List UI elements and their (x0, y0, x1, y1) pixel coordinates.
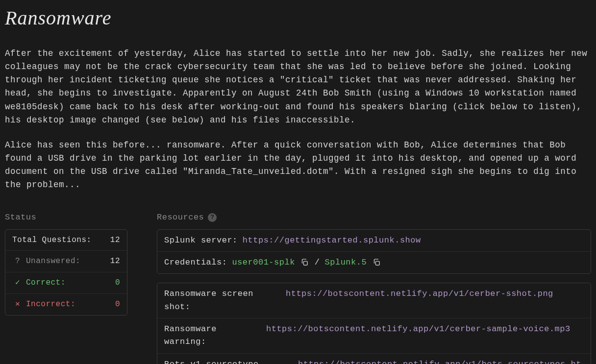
server-label: Splunk server: (164, 234, 238, 247)
intro-paragraph-2: Alice has seen this before... ransomware… (5, 139, 591, 192)
status-total-value: 12 (105, 234, 120, 246)
question-icon: ? (12, 255, 23, 267)
copy-password-icon[interactable] (372, 258, 381, 267)
svg-rect-0 (304, 262, 308, 266)
help-icon[interactable]: ? (208, 213, 217, 222)
status-unanswered-label: Unanswered: (26, 255, 105, 267)
status-row-unanswered: ? Unanswered: 12 (5, 250, 127, 272)
page-title: Ransomware (5, 3, 591, 33)
status-row-incorrect: ✕ Incorrect: 0 (5, 293, 127, 315)
resources-server-box: Splunk server: https://gettingstarted.sp… (157, 229, 591, 274)
resource-row-sourcetypes: Bots v1 sourcetype summary: https://bots… (157, 353, 591, 364)
resources-links-box: Ransomware screen shot: https://botscont… (157, 283, 591, 364)
credentials-separator: / (315, 256, 320, 269)
check-icon: ✓ (12, 277, 23, 289)
x-icon: ✕ (12, 298, 23, 311)
credentials-label: Credentials: (164, 256, 227, 269)
sourcetypes-label: Bots v1 sourcetype summary: (164, 358, 289, 364)
resources-heading: Resources ? (157, 211, 591, 224)
resource-row-warning: Ransomware warning: https://botscontent.… (157, 318, 591, 353)
resource-row-credentials: Credentials: user001-splk / Splunk.5 (157, 251, 591, 273)
status-incorrect-value: 0 (105, 298, 120, 311)
intro-paragraph-1: After the excitement of yesterday, Alice… (5, 47, 591, 127)
status-heading: Status (5, 211, 127, 224)
status-total-label: Total Questions: (12, 234, 105, 246)
screenshot-label: Ransomware screen shot: (164, 288, 277, 314)
resource-row-screenshot: Ransomware screen shot: https://botscont… (157, 283, 591, 318)
status-unanswered-value: 12 (105, 255, 120, 267)
credentials-password: Splunk.5 (325, 256, 367, 269)
status-box: Total Questions: 12 ? Unanswered: 12 ✓ C… (5, 229, 127, 315)
svg-rect-1 (375, 262, 379, 266)
status-incorrect-label: Incorrect: (26, 298, 105, 311)
status-row-total: Total Questions: 12 (5, 230, 127, 251)
server-link[interactable]: https://gettingstarted.splunk.show (243, 234, 421, 247)
resource-row-server: Splunk server: https://gettingstarted.sp… (157, 230, 591, 251)
resources-heading-text: Resources (157, 211, 204, 224)
credentials-username: user001-splk (232, 256, 295, 269)
screenshot-link[interactable]: https://botscontent.netlify.app/v1/cerbe… (286, 288, 584, 314)
warning-label: Ransomware warning: (164, 323, 257, 349)
sourcetypes-link[interactable]: https://botscontent.netlify.app/v1/bots_… (298, 358, 584, 364)
status-correct-label: Correct: (26, 277, 105, 289)
status-row-correct: ✓ Correct: 0 (5, 272, 127, 293)
warning-link[interactable]: https://botscontent.netlify.app/v1/cerbe… (266, 323, 584, 349)
copy-username-icon[interactable] (300, 258, 310, 267)
status-correct-value: 0 (105, 277, 120, 289)
